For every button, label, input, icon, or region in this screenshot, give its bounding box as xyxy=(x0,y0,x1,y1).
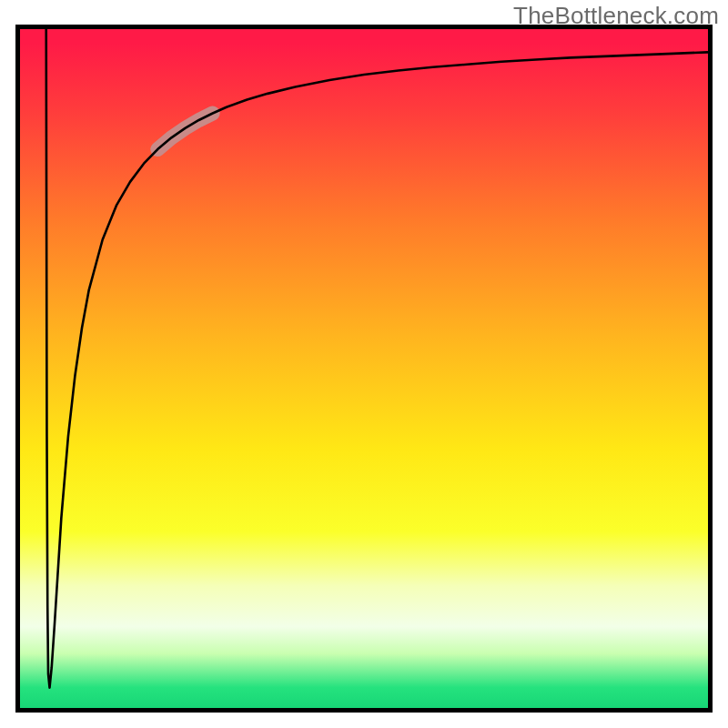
chart-container: TheBottleneck.com xyxy=(0,0,728,728)
gradient-background xyxy=(20,29,708,708)
watermark-text: TheBottleneck.com xyxy=(513,2,719,30)
chart-svg xyxy=(0,0,728,728)
